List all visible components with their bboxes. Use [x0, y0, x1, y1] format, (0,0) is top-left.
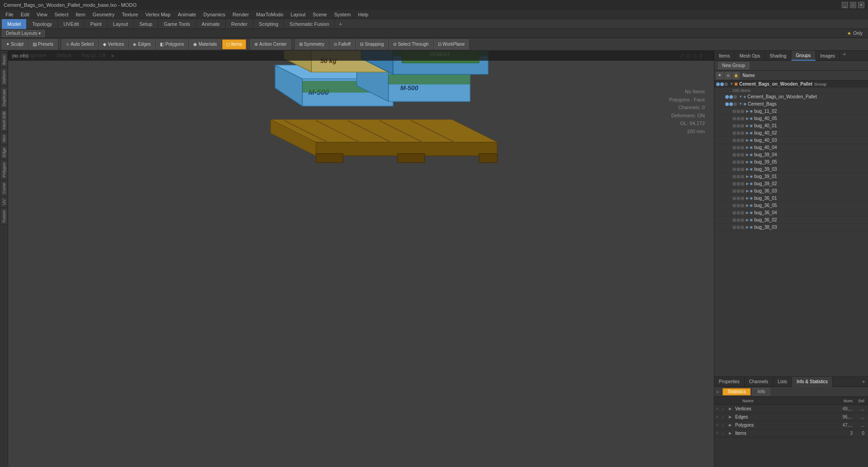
scene-tree[interactable]: ▼ ▣ Cement_Bags_on_Wooden_Pallet Group 2… [714, 81, 868, 376]
tab-topology[interactable]: Topology [27, 19, 58, 29]
menu-select[interactable]: Select [51, 10, 72, 19]
tab-shading[interactable]: Shading [765, 51, 791, 61]
default-layouts-button[interactable]: Default Layouts ▾ [2, 30, 45, 37]
sidebar-curve[interactable]: Curve [0, 181, 8, 196]
menu-file[interactable]: File [2, 10, 17, 19]
tab-mesh-ops[interactable]: Mesh Ops [735, 51, 765, 61]
stats-row-vertices[interactable]: + - ▶ Vertices 49,... ... [714, 405, 868, 413]
visibility-icon-btn[interactable]: 👁 [716, 72, 723, 79]
tab-properties[interactable]: Properties [714, 377, 745, 387]
minimize-button[interactable]: _ [842, 2, 848, 8]
tab-scripting[interactable]: Scripting [253, 19, 284, 29]
new-group-button[interactable]: New Group [718, 62, 749, 69]
sidebar-fusion[interactable]: Fusion [0, 208, 8, 225]
auto-select-button[interactable]: ⊹ Auto Select [62, 39, 98, 49]
sidebar-basic[interactable]: Basic [0, 53, 8, 67]
tree-item-16[interactable]: ▶ ◉ bug_36_04 [714, 209, 868, 217]
tab-groups[interactable]: Groups [791, 51, 816, 61]
render-icon-btn[interactable]: ◎ [724, 72, 732, 79]
menu-render[interactable]: Render [229, 10, 252, 19]
maximize-button[interactable]: □ [850, 2, 856, 8]
tree-item-0[interactable]: ▼ ◈ Cement_Bags_on_Wooden_Pallet [714, 93, 868, 101]
add-right-tab-button[interactable]: + [840, 51, 849, 60]
tree-item-11[interactable]: ▶ ◉ bug_39_01 [714, 173, 868, 180]
select-through-button[interactable]: ⊘ Select Through [389, 39, 433, 49]
tree-item-14[interactable]: ▶ ◉ bug_36_01 [714, 195, 868, 202]
menu-system[interactable]: System [330, 10, 354, 19]
statistics-mode-button[interactable]: Statistics [723, 388, 751, 395]
sidebar-wrx[interactable]: Wrx [0, 133, 8, 144]
tab-uvedit[interactable]: UVEdit [58, 19, 85, 29]
tree-item-2[interactable]: ▶ ◉ bug_11_02 [714, 108, 868, 115]
tab-info-statistics[interactable]: Info & Statistics [792, 377, 833, 387]
tab-schematic-fusion[interactable]: Schematic Fusion [284, 19, 335, 29]
tab-animate[interactable]: Animate [196, 19, 226, 29]
action-center-button[interactable]: ⊕ Action Center [250, 39, 291, 49]
sidebar-edge[interactable]: Edge [0, 145, 8, 159]
menu-help[interactable]: Help [354, 10, 372, 19]
edges-button[interactable]: ◈ Edges [129, 39, 155, 49]
tree-item-10[interactable]: ▶ ◉ bug_39_03 [714, 166, 868, 173]
menu-layout[interactable]: Layout [287, 10, 309, 19]
menu-scene[interactable]: Scene [309, 10, 330, 19]
sidebar-deform[interactable]: Deform [0, 68, 8, 86]
sidebar-duplicate[interactable]: Duplicate [0, 87, 8, 109]
materials-button[interactable]: ◉ Materials [189, 39, 221, 49]
tab-model[interactable]: Model [2, 19, 27, 29]
tree-item-9[interactable]: ▶ ◉ bug_39_05 [714, 159, 868, 166]
close-button[interactable]: × [858, 2, 864, 8]
tree-item-15[interactable]: ▶ ◉ bug_36_05 [714, 202, 868, 209]
tab-render[interactable]: Render [226, 19, 253, 29]
menu-vertexmap[interactable]: Vertex Map [142, 10, 175, 19]
tree-item-6[interactable]: ▶ ◉ bug_40_03 [714, 137, 868, 144]
menu-texture[interactable]: Texture [118, 10, 142, 19]
snapping-button[interactable]: ⊟ Snapping [356, 39, 388, 49]
info-mode-button[interactable]: Info [752, 388, 770, 395]
symmetry-button[interactable]: ⊞ Symmetry [295, 39, 329, 49]
add-tab-button[interactable]: + [335, 20, 346, 28]
tree-item-root[interactable]: ▼ ▣ Cement_Bags_on_Wooden_Pallet Group [714, 81, 868, 88]
menu-maxtomodo[interactable]: MaxToModo [252, 10, 287, 19]
add-bottom-tab-button[interactable]: + [833, 378, 868, 385]
sidebar-mesh-edit[interactable]: Mesh Edit [0, 109, 8, 132]
tree-item-18[interactable]: ▶ ◉ bug_38_03 [714, 224, 868, 231]
tree-item-12[interactable]: ▶ ◉ bug_39_02 [714, 180, 868, 188]
menu-dynamics[interactable]: Dynamics [200, 10, 229, 19]
tree-item-4[interactable]: ▶ ◉ bug_40_01 [714, 122, 868, 130]
menu-geometry[interactable]: Geometry [89, 10, 118, 19]
tree-item-8[interactable]: ▶ ◉ bug_39_04 [714, 151, 868, 159]
presets-button[interactable]: ▤ Presets [29, 39, 58, 49]
stats-row-polygons[interactable]: + - ▶ Polygons 47,... ... [714, 421, 868, 429]
lock-icon-btn[interactable]: 🔒 [732, 72, 740, 79]
polygons-button[interactable]: ◧ Polygons [156, 39, 188, 49]
tab-lists[interactable]: Lists [773, 377, 792, 387]
tab-game-tools[interactable]: Game Tools [158, 19, 196, 29]
tab-paint[interactable]: Paint [85, 19, 107, 29]
tab-items[interactable]: Items [714, 51, 735, 61]
tree-item-5[interactable]: ▶ ◉ bug_40_02 [714, 130, 868, 137]
viewport[interactable]: ◀ Perspective | Default | Ray GL: Off ▶ … [8, 51, 714, 467]
workplane-button[interactable]: ⊡ WorkPlane [434, 39, 469, 49]
tab-images[interactable]: Images [816, 51, 840, 61]
menu-edit[interactable]: Edit [17, 10, 33, 19]
falloff-button[interactable]: ⊙ Falloff [330, 39, 355, 49]
menu-view[interactable]: View [33, 10, 51, 19]
tree-item-7[interactable]: ▶ ◉ bug_40_04 [714, 144, 868, 151]
items-button[interactable]: ◻ Items [222, 39, 246, 49]
vertices-button[interactable]: ◆ Vertices [99, 39, 128, 49]
menu-item[interactable]: Item [72, 10, 89, 19]
sidebar-polygon[interactable]: Polygon [0, 160, 8, 180]
tree-item-3[interactable]: ▶ ◉ bug_40_05 [714, 115, 868, 122]
tab-channels[interactable]: Channels [745, 377, 773, 387]
sidebar-uv[interactable]: UV [0, 197, 8, 207]
tab-layout[interactable]: Layout [107, 19, 134, 29]
menu-animate[interactable]: Animate [174, 10, 199, 19]
stats-row-edges[interactable]: + - ▶ Edges 96,... ... [714, 413, 868, 421]
tree-item-13[interactable]: ▶ ◉ bug_36_03 [714, 188, 868, 195]
tree-item-1[interactable]: ▼ ◉ Cement_Bags [714, 101, 868, 108]
window-controls[interactable]: _ □ × [842, 2, 864, 8]
sculpt-button[interactable]: ✦ Sculpt [2, 39, 28, 49]
tab-setup[interactable]: Setup [134, 19, 158, 29]
stats-plus-icon[interactable]: + [716, 389, 719, 395]
stats-row-items[interactable]: + - ▶ Items 3 0 [714, 429, 868, 438]
